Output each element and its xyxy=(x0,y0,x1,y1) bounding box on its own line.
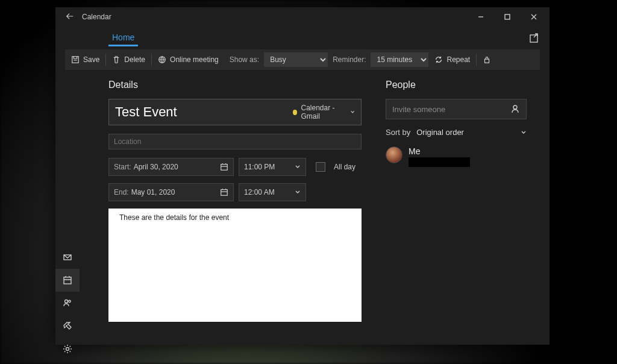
mail-icon xyxy=(63,253,72,262)
svg-rect-9 xyxy=(64,277,71,284)
reminder-label: Reminder: xyxy=(328,55,371,64)
event-title-input[interactable] xyxy=(109,104,287,120)
end-date-field[interactable]: End: May 01, 2020 xyxy=(108,183,234,201)
svg-rect-2 xyxy=(72,57,79,63)
repeat-button[interactable]: Repeat xyxy=(428,49,476,70)
event-title-row: Calendar - Gmail xyxy=(108,99,362,125)
settings-button[interactable] xyxy=(55,337,80,360)
calendar-icon xyxy=(220,163,228,171)
svg-rect-6 xyxy=(221,190,228,196)
repeat-icon xyxy=(434,55,443,64)
show-as-select[interactable]: Busy xyxy=(264,52,328,67)
delete-label: Delete xyxy=(124,55,145,64)
start-date-field[interactable]: Start: April 30, 2020 xyxy=(108,158,234,176)
maximize-icon xyxy=(504,14,510,20)
chevron-down-icon xyxy=(295,189,301,195)
close-icon xyxy=(531,14,537,20)
end-date-value: May 01, 2020 xyxy=(131,188,175,196)
calendar-color-dot xyxy=(293,110,297,115)
start-time-value: 11:00 PM xyxy=(244,163,275,171)
attendee-me: Me xyxy=(386,146,527,167)
details-section: Details Calendar - Gmail Start: April 30… xyxy=(108,80,362,324)
ribbon-tabs: Home xyxy=(55,27,550,49)
people-app-button[interactable] xyxy=(55,292,80,315)
svg-rect-5 xyxy=(221,165,228,171)
close-button[interactable] xyxy=(521,7,547,27)
chevron-down-icon xyxy=(295,164,301,170)
reminder-select[interactable]: 15 minutes xyxy=(371,52,428,67)
back-button[interactable] xyxy=(63,12,77,22)
all-day-label: All day xyxy=(334,163,355,171)
avatar xyxy=(386,146,402,163)
people-icon xyxy=(63,298,72,308)
attendee-email-redacted xyxy=(409,157,470,167)
calendar-event-window: Calendar Home Save Delete Online meeting… xyxy=(55,7,550,345)
todo-app-button[interactable] xyxy=(55,315,80,337)
repeat-label: Repeat xyxy=(446,55,470,64)
svg-rect-0 xyxy=(505,14,510,19)
svg-point-7 xyxy=(513,105,517,109)
end-time-value: 12:00 AM xyxy=(244,188,275,196)
details-heading: Details xyxy=(108,80,362,90)
people-heading: People xyxy=(386,80,527,90)
private-button[interactable] xyxy=(477,49,497,70)
person-icon xyxy=(510,104,520,114)
save-button[interactable]: Save xyxy=(65,49,105,70)
globe-icon xyxy=(158,55,166,64)
attendee-name: Me xyxy=(409,146,470,156)
all-day-checkbox[interactable] xyxy=(316,162,325,172)
svg-point-11 xyxy=(69,300,70,302)
start-label: Start: xyxy=(114,163,131,171)
maximize-button[interactable] xyxy=(494,7,521,27)
start-date-value: April 30, 2020 xyxy=(134,163,178,171)
end-time-field[interactable]: 12:00 AM xyxy=(239,183,306,201)
description-textarea[interactable] xyxy=(108,209,362,322)
calendar-name: Calendar - Gmail xyxy=(301,104,346,121)
calendar-icon xyxy=(220,188,228,196)
online-meeting-label: Online meeting xyxy=(170,55,219,64)
tag-icon xyxy=(63,321,72,331)
calendar-app-button[interactable] xyxy=(55,269,80,292)
chevron-down-icon xyxy=(521,130,527,136)
people-section: People Invite someone Sort by Original o… xyxy=(386,80,527,324)
lock-icon xyxy=(483,55,491,64)
sort-by-row[interactable]: Sort by Original order xyxy=(386,128,527,137)
location-input[interactable] xyxy=(108,134,362,149)
online-meeting-button[interactable]: Online meeting xyxy=(152,49,225,70)
sort-label: Sort by xyxy=(386,128,410,137)
invite-placeholder: Invite someone xyxy=(392,105,445,114)
trash-icon xyxy=(112,55,121,64)
minimize-button[interactable] xyxy=(468,7,494,27)
left-app-bar xyxy=(55,246,80,360)
start-time-field[interactable]: 11:00 PM xyxy=(239,158,306,176)
save-label: Save xyxy=(83,55,99,64)
minimize-icon xyxy=(478,14,484,20)
title-bar: Calendar xyxy=(55,7,550,27)
gear-icon xyxy=(63,344,72,354)
svg-rect-1 xyxy=(530,35,537,42)
svg-rect-4 xyxy=(485,59,489,63)
sort-value: Original order xyxy=(416,128,464,137)
mail-app-button[interactable] xyxy=(55,246,80,269)
share-icon[interactable] xyxy=(529,33,540,43)
end-label: End: xyxy=(114,188,129,196)
svg-point-12 xyxy=(66,348,69,351)
calendar-picker[interactable]: Calendar - Gmail xyxy=(287,104,361,121)
show-as-label: Show as: xyxy=(225,55,264,64)
invite-input[interactable]: Invite someone xyxy=(386,99,527,119)
calendar-icon xyxy=(63,275,72,285)
delete-button[interactable]: Delete xyxy=(106,49,151,70)
tab-home[interactable]: Home xyxy=(108,30,138,46)
svg-point-10 xyxy=(65,300,68,303)
save-icon xyxy=(71,55,80,64)
app-title: Calendar xyxy=(82,13,468,21)
toolbar: Save Delete Online meeting Show as: Busy… xyxy=(65,49,540,70)
arrow-left-icon xyxy=(66,12,74,20)
chevron-down-icon xyxy=(350,109,355,115)
